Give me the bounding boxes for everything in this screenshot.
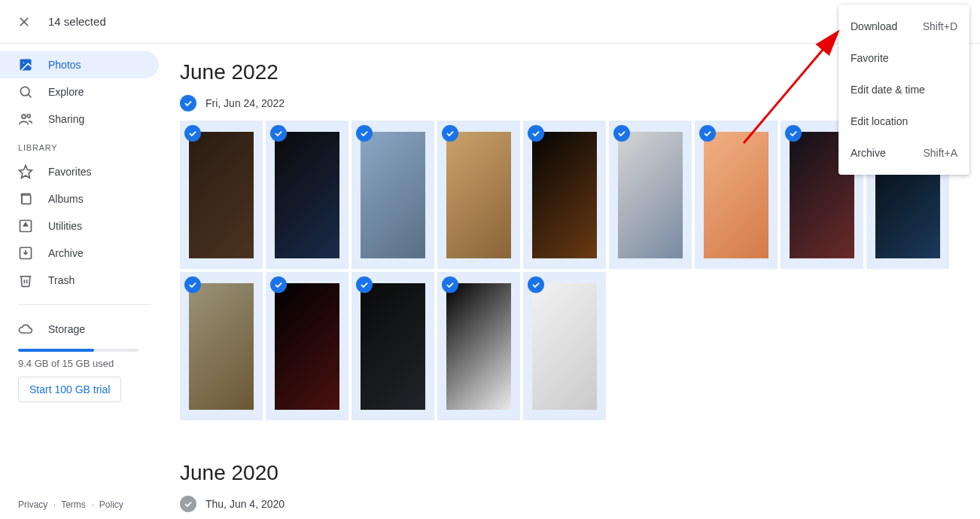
- photo-image: [532, 283, 597, 410]
- sidebar: PhotosExploreSharing LIBRARY FavoritesAl…: [0, 44, 169, 519]
- utilities-icon: [18, 218, 33, 234]
- photo-image: [618, 132, 683, 258]
- selection-check-icon[interactable]: [270, 125, 287, 142]
- svg-point-1: [23, 62, 25, 64]
- menu-item-label: Edit date & time: [851, 84, 925, 96]
- photo-thumbnail[interactable]: [437, 272, 520, 420]
- menu-item-favorite[interactable]: Favorite: [838, 42, 969, 74]
- archive-icon: [18, 246, 33, 261]
- svg-point-2: [20, 87, 29, 96]
- selection-check-icon[interactable]: [528, 276, 544, 293]
- photo-image: [275, 283, 339, 410]
- photo-thumbnail[interactable]: [437, 121, 520, 269]
- selection-check-icon[interactable]: [442, 276, 458, 293]
- photo-thumbnail[interactable]: [695, 121, 778, 269]
- search-icon: [18, 84, 33, 99]
- photo-thumbnail[interactable]: [352, 121, 434, 269]
- selection-check-icon[interactable]: [613, 125, 630, 142]
- photo-thumbnail[interactable]: [266, 272, 348, 420]
- sidebar-item-trash[interactable]: Trash: [0, 267, 159, 294]
- cloud-icon: [18, 322, 33, 337]
- menu-item-shortcut: Shift+A: [923, 147, 957, 159]
- library-header: LIBRARY: [0, 133, 169, 158]
- storage-bar-fill: [18, 349, 94, 352]
- sidebar-item-sharing[interactable]: Sharing: [0, 105, 159, 133]
- svg-point-5: [27, 114, 30, 118]
- menu-item-download[interactable]: DownloadShift+D: [838, 11, 969, 42]
- photo-thumbnail[interactable]: [352, 272, 434, 420]
- terms-link[interactable]: Terms: [61, 499, 86, 510]
- photo-image: [446, 283, 511, 410]
- date-select-toggle[interactable]: [180, 496, 196, 512]
- photo-image: [275, 132, 339, 258]
- policy-link[interactable]: Policy: [99, 499, 123, 510]
- sidebar-item-label: Archive: [48, 247, 84, 259]
- date-label: Thu, Jun 4, 2020: [205, 498, 285, 510]
- selection-check-icon[interactable]: [356, 125, 373, 142]
- date-row: Thu, Jun 4, 2020: [180, 496, 980, 512]
- sidebar-item-albums[interactable]: Albums: [0, 185, 159, 212]
- date-select-toggle[interactable]: [180, 95, 196, 111]
- sidebar-item-utilities[interactable]: Utilities: [0, 212, 159, 240]
- sidebar-item-label: Utilities: [48, 220, 82, 232]
- sidebar-item-label: Favorites: [48, 166, 92, 178]
- close-icon[interactable]: [15, 13, 33, 31]
- divider: [18, 304, 151, 305]
- selection-check-icon[interactable]: [184, 276, 201, 293]
- photo-thumbnail[interactable]: [523, 272, 606, 420]
- sidebar-item-archive[interactable]: Archive: [0, 240, 159, 267]
- menu-item-label: Archive: [851, 147, 886, 159]
- album-icon: [18, 191, 33, 206]
- sidebar-item-label: Trash: [48, 274, 75, 286]
- selection-check-icon[interactable]: [699, 125, 716, 142]
- photo-thumbnail[interactable]: [180, 272, 263, 420]
- context-menu: DownloadShift+DFavoriteEdit date & timeE…: [838, 5, 969, 175]
- privacy-link[interactable]: Privacy: [18, 499, 47, 510]
- sidebar-item-label: Albums: [48, 193, 84, 205]
- svg-rect-7: [22, 195, 31, 204]
- photo-thumbnail[interactable]: [180, 121, 263, 269]
- people-icon: [18, 111, 33, 127]
- selection-check-icon[interactable]: [785, 125, 802, 142]
- selection-check-icon[interactable]: [528, 125, 544, 142]
- footer-links: Privacy · Terms · Policy: [18, 499, 123, 510]
- menu-item-label: Download: [851, 20, 897, 32]
- sidebar-item-label: Explore: [48, 86, 84, 98]
- photo-image: [446, 132, 511, 258]
- photo-thumbnail[interactable]: [266, 121, 348, 269]
- menu-item-edit-date-time[interactable]: Edit date & time: [838, 74, 969, 105]
- sidebar-item-photos[interactable]: Photos: [0, 51, 159, 78]
- selection-count: 14 selected: [48, 15, 106, 28]
- photo-image: [704, 132, 768, 258]
- photo-thumbnail[interactable]: [609, 121, 692, 269]
- sidebar-item-label: Sharing: [48, 113, 84, 125]
- menu-item-label: Favorite: [851, 52, 889, 64]
- trash-icon: [18, 273, 33, 288]
- sidebar-item-label: Storage: [48, 323, 85, 335]
- selection-check-icon[interactable]: [356, 276, 373, 293]
- photo-image: [361, 283, 425, 410]
- svg-line-3: [29, 95, 32, 98]
- sidebar-item-favorites[interactable]: Favorites: [0, 158, 159, 185]
- svg-point-4: [22, 114, 26, 118]
- sidebar-item-storage[interactable]: Storage: [0, 316, 159, 343]
- selection-check-icon[interactable]: [442, 125, 458, 142]
- date-label: Fri, Jun 24, 2022: [205, 97, 285, 109]
- star-icon: [18, 164, 33, 179]
- start-trial-button[interactable]: Start 100 GB trial: [18, 377, 121, 402]
- sidebar-item-explore[interactable]: Explore: [0, 78, 159, 105]
- menu-item-archive[interactable]: ArchiveShift+A: [838, 137, 969, 169]
- selection-check-icon[interactable]: [270, 276, 287, 293]
- menu-item-edit-location[interactable]: Edit location: [838, 105, 969, 137]
- section-title: June 2020: [180, 461, 980, 485]
- photo-image: [189, 132, 254, 258]
- selection-check-icon[interactable]: [184, 125, 201, 142]
- menu-item-label: Edit location: [851, 115, 908, 127]
- sidebar-item-label: Photos: [48, 59, 81, 71]
- storage-usage-text: 9.4 GB of 15 GB used: [0, 358, 169, 377]
- svg-marker-6: [20, 166, 32, 179]
- menu-item-shortcut: Shift+D: [923, 20, 957, 32]
- storage-bar: [18, 349, 138, 352]
- photo-thumbnail[interactable]: [523, 121, 606, 269]
- image-icon: [18, 57, 33, 72]
